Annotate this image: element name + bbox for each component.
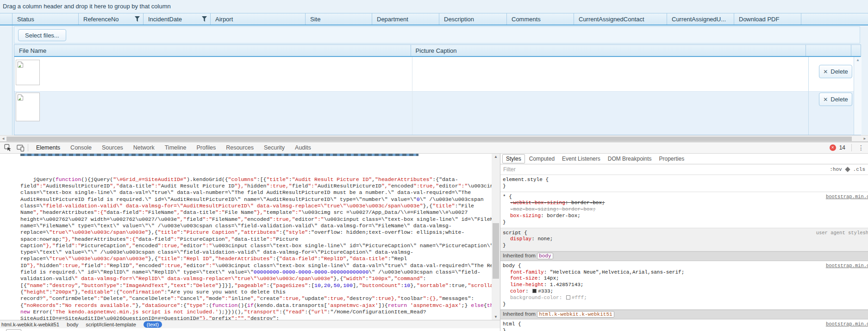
horizontal-scrollbar[interactable]: ◄ ► xyxy=(0,135,868,142)
table-row[interactable] xyxy=(14,91,861,135)
grid-column-header[interactable]: Comments xyxy=(507,13,574,25)
styles-filter-input[interactable]: Filter xyxy=(503,166,830,173)
hierarchy-cell xyxy=(0,25,12,135)
scroll-left-icon[interactable]: ◄ xyxy=(0,136,6,142)
group-by-bar[interactable]: Drag a column header and drop it here to… xyxy=(0,0,868,13)
filter-icon[interactable] xyxy=(135,16,140,22)
column-header-label: Comments xyxy=(512,16,541,23)
code-line: space:nowrap;"},"headerAttributes":{"dat… xyxy=(20,236,492,243)
stylesheet-source-link[interactable]: user agent stylesheet xyxy=(816,230,868,237)
grid-column-header[interactable] xyxy=(0,13,12,25)
scroll-up-icon[interactable]: ▲ xyxy=(854,57,862,63)
styles-tab-dom-breakpoints[interactable]: DOM Breakpoints xyxy=(605,155,655,163)
property-name: font-family xyxy=(510,269,544,275)
style-property[interactable]: line-height: 1.42857143; xyxy=(503,282,868,288)
style-property[interactable]: display: none; xyxy=(503,236,868,243)
styles-tab-event-listeners[interactable]: Event Listeners xyxy=(559,155,604,163)
styles-tab-computed[interactable]: Computed xyxy=(526,155,558,163)
code-vertical-scrollbar[interactable]: ▲ ▼ xyxy=(492,154,500,320)
inherited-node-link[interactable]: html.k-webkit.k-webkit51 xyxy=(537,311,614,318)
stylesheet-source-link[interactable]: bootstrap.min.css xyxy=(826,194,868,200)
column-header-label: IncidentDate xyxy=(148,16,182,23)
delete-button[interactable]: ✕ Delete xyxy=(819,93,852,106)
elements-script-content[interactable]: jQuery(function(){jQuery("\#Grid_#=SiteA… xyxy=(0,154,492,320)
grid-column-header[interactable]: CurrentAssignedContact xyxy=(574,13,667,25)
breadcrumb-item[interactable]: html.k-webkit.k-webkit51 xyxy=(1,322,59,327)
toggle-element-state-button[interactable]: :hov xyxy=(830,167,842,172)
grid-column-header[interactable]: IncidentDate xyxy=(144,13,211,25)
tab-timeline[interactable]: Timeline xyxy=(160,142,192,153)
grid-column-header[interactable]: Site xyxy=(306,13,372,25)
scrollbar-thumb[interactable] xyxy=(493,223,499,279)
style-property[interactable]: font-family: "Helvetica Neue",Helvetica,… xyxy=(503,269,868,276)
selected-node-sliver xyxy=(20,154,418,156)
styles-filter-bar: Filter :hov .cls xyxy=(500,164,868,175)
code-line: replace=\"true\"\u003e\u003c/span\u003e"… xyxy=(20,256,492,262)
table-row[interactable] xyxy=(14,57,861,91)
grid-column-header[interactable]: Airport xyxy=(211,13,306,25)
element-classes-button[interactable]: .cls xyxy=(853,167,865,172)
tab-audits[interactable]: Audits xyxy=(290,142,316,153)
partial-element xyxy=(6,329,21,331)
files-grid-column-header[interactable]: File Name xyxy=(14,45,411,56)
file-thumbnail xyxy=(16,60,40,85)
stylesheet-source-link[interactable]: bootstrap.min.css xyxy=(826,321,868,328)
style-property[interactable]: -webkit-box-sizing: border-box; xyxy=(503,200,868,206)
style-property[interactable]: box-sizing: border-box; xyxy=(503,213,868,219)
grid-column-header[interactable] xyxy=(801,13,868,25)
inherited-node-link[interactable]: body xyxy=(537,253,553,259)
code-line: {"noRecords":"No records available."},"d… xyxy=(20,302,492,309)
tab-console[interactable]: Console xyxy=(65,142,97,153)
filter-icon[interactable] xyxy=(202,16,207,22)
grid-column-header[interactable]: Status xyxy=(12,13,79,25)
inspect-element-icon[interactable] xyxy=(3,144,12,152)
column-header-label: CurrentAssignedU... xyxy=(672,16,726,23)
files-grid-vertical-scrollbar[interactable]: ▲ xyxy=(854,57,862,135)
error-badge-icon[interactable]: × xyxy=(830,144,836,151)
breadcrumb-item[interactable]: script#client-template xyxy=(86,322,136,327)
grid-column-header[interactable]: Description xyxy=(439,13,507,25)
styles-tab-styles[interactable]: Styles xyxy=(502,154,525,163)
scrollbar-thumb[interactable] xyxy=(6,137,852,141)
tab-resources[interactable]: Resources xyxy=(221,142,259,153)
select-files-button[interactable]: Select files... xyxy=(18,29,66,41)
scroll-up-icon[interactable]: ▲ xyxy=(492,155,500,159)
column-header-label: Description xyxy=(444,16,474,23)
upload-dropzone[interactable]: Select files... xyxy=(14,26,860,44)
breadcrumb-item[interactable]: body xyxy=(67,322,78,327)
property-name: line-height xyxy=(510,282,544,287)
files-grid-column-header[interactable] xyxy=(851,45,861,56)
property-name: -webkit-box-sizing xyxy=(510,200,565,206)
style-property[interactable]: font-size: 14px; xyxy=(503,275,868,282)
delete-button[interactable]: ✕ Delete xyxy=(819,65,852,78)
styles-tab-properties[interactable]: Properties xyxy=(656,155,687,163)
device-toolbar-icon[interactable] xyxy=(16,144,25,152)
stylesheet-source-link[interactable]: bootstrap.min.css xyxy=(826,263,868,269)
rule-selector: * { xyxy=(503,194,868,200)
property-name: font-size xyxy=(510,275,537,281)
delete-x-icon: ✕ xyxy=(823,96,828,103)
overflow-menu-icon[interactable]: ⋮ xyxy=(858,144,864,151)
style-property[interactable]: -moz-box-sizing: border-box; xyxy=(503,206,868,213)
error-count[interactable]: 14 xyxy=(839,144,845,151)
element-state-diamond-icon[interactable] xyxy=(845,167,850,172)
grid-column-header[interactable]: Department xyxy=(372,13,439,25)
tab-security[interactable]: Security xyxy=(259,142,290,153)
tab-elements[interactable]: Elements xyxy=(31,142,65,153)
grid-column-header[interactable]: Download PDF xyxy=(734,13,801,25)
grid-column-header[interactable]: ReferenceNo xyxy=(79,13,144,25)
style-rule: bootstrap.min.csshtml {} xyxy=(500,319,868,331)
grid-column-header[interactable]: CurrentAssignedU... xyxy=(667,13,734,25)
tab-network[interactable]: Network xyxy=(128,142,160,153)
tab-profiles[interactable]: Profiles xyxy=(191,142,221,153)
breadcrumb-item[interactable]: (text) xyxy=(144,321,162,328)
files-grid-column-header[interactable]: Picture Caption xyxy=(411,45,806,56)
delete-label: Delete xyxy=(831,96,848,103)
style-property[interactable]: background-color: #fff; xyxy=(503,295,868,301)
scroll-right-icon[interactable]: ► xyxy=(862,136,868,142)
files-grid-column-header[interactable] xyxy=(806,45,851,56)
property-name: -moz-box-sizing xyxy=(510,206,556,212)
scroll-down-icon[interactable]: ▼ xyxy=(492,315,500,319)
style-property[interactable]: color: #333; xyxy=(503,288,868,295)
tab-sources[interactable]: Sources xyxy=(97,142,128,153)
